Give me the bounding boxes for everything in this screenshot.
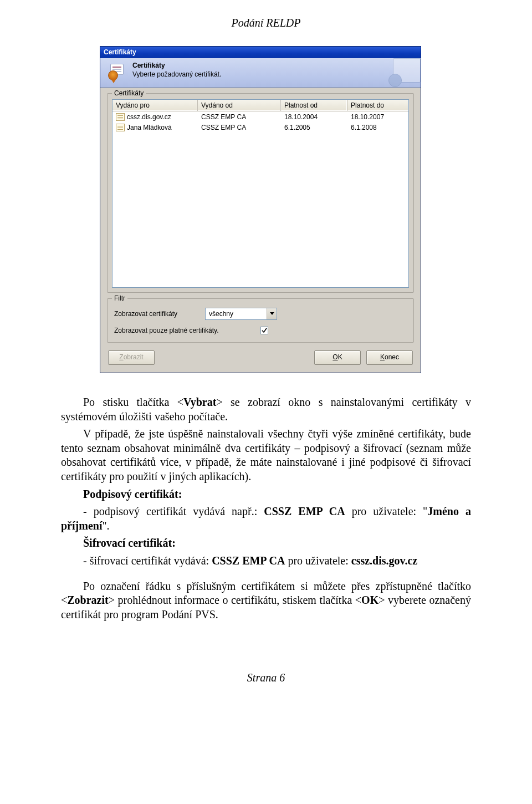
listview-header: Vydáno pro Vydáno od Platnost od Platnos… — [112, 100, 408, 111]
signing-cert-heading: Podpisový certifikát: — [61, 487, 471, 502]
dialog-window: Certifikáty Certifikáty Vyberte požadova… — [100, 46, 421, 373]
groupbox-filter-label: Filtr — [112, 294, 127, 302]
table-row[interactable]: cssz.dis.gov.cz CSSZ EMP CA 18.10.2004 1… — [112, 111, 408, 122]
groupbox-filter: Filtr Zobrazovat certifikáty Zobrazovat … — [107, 298, 414, 343]
column-issued-to[interactable]: Vydáno pro — [112, 100, 198, 111]
cell-valid-from: 6.1.2005 — [281, 123, 347, 133]
cell-valid-from: 18.10.2004 — [281, 112, 347, 122]
column-valid-from[interactable]: Platnost od — [281, 100, 347, 111]
checkbox-show-valid-only[interactable] — [260, 327, 268, 334]
cell-issued-by: CSSZ EMP CA — [198, 112, 281, 122]
show-button-rest: obrazit — [124, 353, 144, 361]
banner-subtitle: Vyberte požadovaný certifikát. — [132, 70, 221, 78]
certificate-row-icon — [116, 113, 125, 121]
certificate-icon — [107, 62, 127, 82]
show-button: Zobrazit — [108, 350, 155, 365]
close-button-rest: onec — [385, 353, 399, 361]
page-header: Podání RELDP — [61, 17, 471, 29]
banner-decoration-icon — [385, 58, 421, 88]
certificate-row-icon — [116, 124, 125, 131]
column-issued-by[interactable]: Vydáno od — [198, 100, 281, 111]
cell-issued-to: cssz.dis.gov.cz — [127, 113, 171, 121]
combo-show-certificates[interactable] — [205, 308, 277, 320]
groupbox-certificates: Certifikáty Vydáno pro Vydáno od Platnos… — [107, 93, 414, 293]
close-button[interactable]: Konec — [366, 350, 413, 365]
certificate-listview[interactable]: Vydáno pro Vydáno od Platnost od Platnos… — [112, 99, 409, 288]
label-show-certificates: Zobrazovat certifikáty — [114, 310, 203, 318]
cell-valid-to: 18.10.2007 — [347, 112, 408, 122]
chevron-down-icon[interactable] — [267, 308, 277, 319]
combo-show-certificates-input[interactable] — [206, 308, 267, 319]
page-footer: Strana 6 — [61, 671, 471, 684]
encryption-cert-heading: Šifrovací certifikát: — [61, 536, 471, 551]
titlebar[interactable]: Certifikáty — [100, 47, 421, 58]
column-valid-to[interactable]: Platnost do — [347, 100, 408, 111]
cell-valid-to: 6.1.2008 — [347, 123, 408, 133]
cell-issued-to: Jana Mládková — [127, 123, 172, 132]
window-title: Certifikáty — [104, 48, 136, 56]
dialog-banner: Certifikáty Vyberte požadovaný certifiká… — [100, 58, 421, 88]
table-row[interactable]: Jana Mládková CSSZ EMP CA 6.1.2005 6.1.2… — [112, 122, 408, 133]
document-body: Po stisku tlačítka <Vybrat> se zobrazí o… — [61, 395, 471, 622]
banner-title: Certifikáty — [132, 62, 221, 69]
cell-issued-by: CSSZ EMP CA — [198, 123, 281, 133]
label-show-valid-only: Zobrazovat pouze platné certifikáty. — [114, 327, 258, 334]
ok-button[interactable]: OK — [314, 350, 361, 365]
screenshot-container: Certifikáty Certifikáty Vyberte požadova… — [100, 46, 471, 373]
groupbox-certificates-label: Certifikáty — [112, 89, 146, 97]
ok-button-rest: K — [338, 353, 342, 361]
